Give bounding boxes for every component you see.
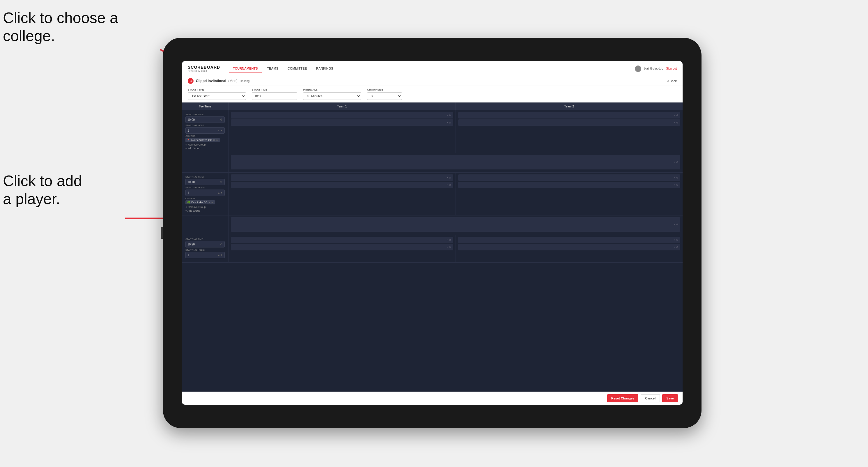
col-team2: Team 2: [456, 102, 683, 110]
remove-group-2[interactable]: ○ Remove Group: [185, 206, 225, 209]
starting-time-label-3: STARTING TIME:: [185, 238, 225, 241]
sign-out-link[interactable]: Sign out: [666, 67, 677, 70]
group-size-group: Group Size 3: [367, 88, 402, 100]
player-slot-4-1[interactable]: × ⊕: [458, 175, 681, 181]
hosting-badge: Hosting: [240, 80, 250, 83]
group-2: STARTING TIME: 10:10 ⏱ STARTING HOLE: 1 …: [182, 173, 683, 215]
course-label-2: COURSE:: [185, 197, 225, 200]
starting-hole-input-2[interactable]: 1 ▲▼: [185, 190, 225, 196]
starting-time-input-3[interactable]: 10:20 ⏱: [185, 241, 225, 247]
annotation-add-player: Click to add a player.: [3, 172, 82, 208]
player-slot-5-1[interactable]: × ⊕: [231, 237, 453, 243]
group-3-left: STARTING TIME: 10:20 ⏱ STARTING HOLE: 1 …: [182, 235, 228, 262]
team2-col-1: × ⊕ × ⊕: [456, 110, 683, 153]
group-2-course-row: × ⊕: [182, 215, 683, 235]
nav-committee[interactable]: COMMITTEE: [283, 65, 311, 72]
team1-course-slot: × ⊕: [228, 153, 683, 173]
player-slot-6-1[interactable]: × ⊕: [458, 237, 681, 243]
starting-hole-label-3: STARTING HOLE:: [185, 249, 225, 251]
course-slot-1[interactable]: × ⊕: [231, 155, 680, 169]
course-slot-icon[interactable]: × ⊕: [674, 161, 679, 164]
nav-rankings[interactable]: RANKINGS: [312, 65, 337, 72]
starting-time-field-2: STARTING TIME: 10:10 ⏱: [185, 176, 225, 185]
start-type-label: Start Type: [188, 88, 246, 91]
tablet-screen: SCOREBOARD Powered by clippd TOURNAMENTS…: [182, 61, 683, 405]
table-header: Tee Time Team 1 Team 2: [182, 102, 683, 110]
starting-time-label-1: STARTING TIME:: [185, 113, 225, 116]
group-1-left: STARTING TIME: 10:00 ⏱ STARTING HOLE: 1 …: [182, 110, 228, 153]
course-field-2: COURSE: 🌿 East Lake GC × ⊕: [185, 197, 225, 205]
settings-form: Start Type 1st Tee Start Start Time Inte…: [182, 86, 683, 102]
player-slot-2-1[interactable]: × ⊕: [458, 112, 681, 119]
back-button[interactable]: < Back: [667, 79, 677, 83]
user-avatar: [635, 65, 641, 72]
cancel-button[interactable]: Cancel: [641, 394, 660, 402]
remove-group-1[interactable]: ○ Remove Group: [185, 143, 225, 146]
player-slot-2-2[interactable]: × ⊕: [458, 119, 681, 126]
group-1-right: × ⊕ × ⊕ × ⊕ × ⊕: [228, 110, 683, 153]
group-3: STARTING TIME: 10:20 ⏱ STARTING HOLE: 1 …: [182, 235, 683, 262]
player-remove-icon-3[interactable]: × ⊕: [674, 114, 679, 117]
annotation-line4: a player.: [3, 190, 60, 207]
player-slot-6-2[interactable]: × ⊕: [458, 244, 681, 250]
add-group-1[interactable]: + Add Group: [185, 147, 225, 150]
nav-tournaments[interactable]: TOURNAMENTS: [229, 65, 262, 72]
page-logo: C: [188, 78, 193, 84]
starting-hole-input-3[interactable]: 1 ▲▼: [185, 252, 225, 258]
starting-time-field-3: STARTING TIME: 10:20 ⏱: [185, 238, 225, 247]
group-size-select[interactable]: 3: [367, 92, 402, 100]
brand: SCOREBOARD Powered by clippd: [188, 65, 220, 72]
player-slot-5-2[interactable]: × ⊕: [231, 244, 453, 250]
user-email: blair@clippd.io: [644, 67, 663, 70]
starting-time-input-2[interactable]: 10:10 ⏱: [185, 179, 225, 185]
start-type-group: Start Type 1st Tee Start: [188, 88, 246, 100]
col-team1: Team 1: [228, 102, 456, 110]
page-title: Clippd Invitational (Men): [196, 79, 238, 83]
starting-time-input-1[interactable]: 10:00 ⏱: [185, 117, 225, 123]
col-tee-time: Tee Time: [182, 102, 228, 110]
intervals-label: Intervals: [303, 88, 361, 91]
starting-hole-input-1[interactable]: 1 ▲▼: [185, 127, 225, 134]
tablet-side-button: [161, 227, 163, 239]
group-size-label: Group Size: [367, 88, 402, 91]
course-tag-2[interactable]: 🌿 East Lake GC × ⊕: [185, 200, 215, 205]
player-slot-1-2[interactable]: × ⊕: [231, 119, 453, 126]
nav-links: TOURNAMENTS TEAMS COMMITTEE RANKINGS: [229, 65, 634, 72]
player-remove-icon-4[interactable]: × ⊕: [674, 121, 679, 124]
start-time-input[interactable]: [252, 92, 297, 100]
player-slot-3-1[interactable]: × ⊕: [231, 175, 453, 181]
group-1-course-row: × ⊕: [182, 153, 683, 173]
team1-col-3: × ⊕ × ⊕: [228, 235, 456, 262]
starting-hole-label-1: STARTING HOLE:: [185, 124, 225, 127]
start-type-select[interactable]: 1st Tee Start: [188, 92, 246, 100]
player-slot-4-2[interactable]: × ⊕: [458, 182, 681, 188]
main-content: STARTING TIME: 10:00 ⏱ STARTING HOLE: 1 …: [182, 110, 683, 392]
course-slot-2[interactable]: × ⊕: [231, 217, 680, 232]
team1-col-1: × ⊕ × ⊕: [228, 110, 456, 153]
group-2-left: STARTING TIME: 10:10 ⏱ STARTING HOLE: 1 …: [182, 173, 228, 215]
annotation-line1: Click to choose a: [3, 9, 118, 26]
starting-time-field-1: STARTING TIME: 10:00 ⏱: [185, 113, 225, 123]
annotation-line2: college.: [3, 27, 55, 44]
annotation-choose-college: Click to choose a college.: [3, 9, 118, 45]
brand-subtitle: Powered by clippd: [188, 70, 220, 72]
starting-hole-field-3: STARTING HOLE: 1 ▲▼: [185, 249, 225, 258]
reset-button[interactable]: Reset Changes: [607, 394, 638, 402]
player-remove-icon-2[interactable]: × ⊕: [447, 121, 452, 124]
starting-hole-field-1: STARTING HOLE: 1 ▲▼: [185, 124, 225, 134]
player-slot-3-2[interactable]: × ⊕: [231, 182, 453, 188]
intervals-group: Intervals 10 Minutes: [303, 88, 361, 100]
navbar: SCOREBOARD Powered by clippd TOURNAMENTS…: [182, 61, 683, 76]
start-time-label: Start Time: [252, 88, 297, 91]
add-group-2[interactable]: + Add Group: [185, 209, 225, 212]
course-label-1: COURSE:: [185, 135, 225, 137]
intervals-select[interactable]: 10 Minutes: [303, 92, 361, 100]
team2-col-2: × ⊕ × ⊕: [456, 173, 683, 215]
course-tag-1[interactable]: 📍 (A) Peachtree GC × ⊕: [185, 138, 220, 142]
team1-col-2: × ⊕ × ⊕: [228, 173, 456, 215]
starting-hole-field-2: STARTING HOLE: 1 ▲▼: [185, 186, 225, 196]
player-slot-1-1[interactable]: × ⊕: [231, 112, 453, 119]
save-button[interactable]: Save: [662, 394, 678, 402]
player-remove-icon[interactable]: × ⊕: [447, 114, 452, 117]
nav-teams[interactable]: TEAMS: [263, 65, 282, 72]
